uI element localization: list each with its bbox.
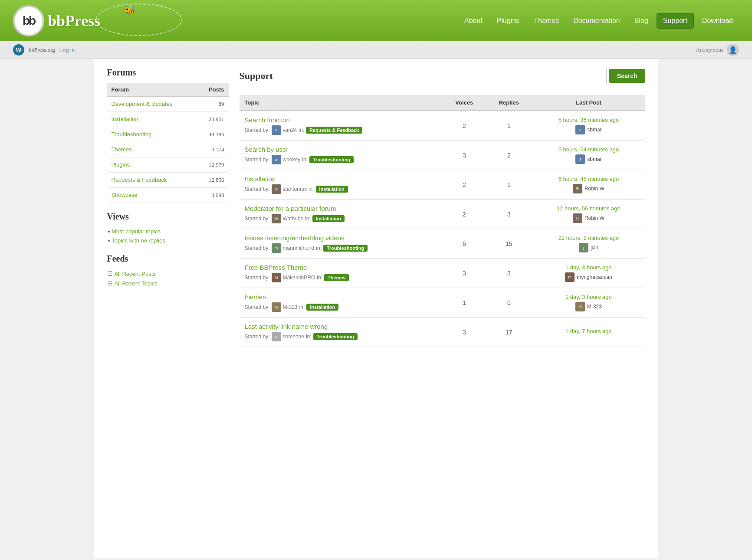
view-no-replies[interactable]: Topics with no replies [107, 236, 229, 245]
forums-section-title: Forums [107, 68, 229, 78]
nav-blog[interactable]: Blog [628, 13, 654, 28]
table-row: Installation 23,951 [107, 112, 229, 127]
lastpost-username: mynghecaocap [577, 274, 612, 280]
content-wrapper: Forums Forum Posts Development & Updates… [94, 59, 658, 558]
topics-tbody: Search function Started by: v van24 in: … [240, 111, 645, 347]
topic-link[interactable]: Last activity link name wrong [245, 323, 438, 330]
feeds-list: All Recent Posts All Recent Topics [107, 269, 229, 288]
topic-link[interactable]: Free BBPress Theme [245, 264, 438, 271]
topic-cell: Moderator for a particular forum. Starte… [240, 200, 443, 229]
lastpost-user: j jkin [537, 243, 640, 252]
in-label: in: [306, 334, 312, 340]
table-row: Troubleshooting 48,384 [107, 127, 229, 142]
forum-link-showcase[interactable]: Showcase [112, 192, 138, 198]
topic-link[interactable]: Installation [245, 175, 438, 183]
table-header-row: Topic Voices Replies Last Post [240, 95, 645, 111]
main-nav: About Plugins Themes Documentation Blog … [458, 13, 739, 29]
forum-link-themes[interactable]: Themes [112, 146, 132, 153]
nav-plugins[interactable]: Plugins [491, 13, 525, 28]
lastpost-user: s sbmar [537, 125, 640, 134]
table-row: Search by user Started by: w wookey in: … [240, 141, 645, 170]
deco-oval [95, 3, 182, 36]
topic-lastpost: 6 hours, 48 minutes ago R Robin W [532, 170, 645, 200]
nav-support[interactable]: Support [657, 13, 694, 29]
nav-about[interactable]: About [458, 13, 489, 28]
lastpost-avatar: M [575, 302, 585, 311]
logo-area[interactable]: bb bbPress [13, 5, 100, 36]
table-row: Development & Updates 89 [107, 97, 229, 112]
table-row: Installation Started by: s stantonrsv in… [240, 170, 645, 200]
starter-name: Watbube [283, 216, 304, 222]
views-section-title: Views [107, 212, 229, 222]
table-row: themes Started by: M M-323 in: Installat… [240, 288, 645, 318]
nav-download[interactable]: Download [696, 13, 739, 28]
topic-tag[interactable]: Troubleshooting [313, 333, 358, 340]
forum-posts-showcase: 3,098 [197, 188, 228, 203]
starter-avatar: M [272, 273, 281, 282]
lastpost-username: M-323 [587, 304, 602, 310]
feed-recent-posts[interactable]: All Recent Posts [107, 269, 229, 278]
lastpost-username: jkin [591, 245, 598, 251]
starter-name: MakarkinPRO [283, 275, 315, 281]
lastpost-time: 5 hours, 54 minutes ago [537, 146, 640, 153]
started-by-label: Started by: [245, 157, 270, 163]
topic-tag[interactable]: Installation [306, 304, 338, 311]
started-by-label: Started by: [245, 245, 270, 251]
lastpost-username: Robin W [585, 215, 604, 221]
forum-link-requests[interactable]: Requests & Feedback [112, 177, 167, 183]
topic-link[interactable]: Search by user [245, 146, 438, 153]
topic-link[interactable]: Search function [245, 116, 438, 124]
page-title: Support [240, 70, 273, 82]
forum-posts-themes: 9,174 [197, 142, 228, 157]
forum-link-installation[interactable]: Installation [112, 116, 138, 122]
lastpost-time: 1 day, 3 hours ago [537, 264, 640, 271]
search-button[interactable]: Search [609, 69, 645, 83]
search-input[interactable] [520, 68, 607, 84]
support-header: Support Search [240, 68, 645, 88]
topic-tag[interactable]: Installation [316, 186, 348, 193]
topic-voices: 2 [443, 111, 486, 141]
starter-avatar: v [272, 125, 281, 135]
nav-documentation[interactable]: Documentation [567, 13, 626, 28]
topic-link[interactable]: Moderator for a particular forum. [245, 205, 438, 212]
starter-name: M-323 [283, 304, 298, 310]
site-name: bbPress.org [29, 46, 55, 53]
topic-tag[interactable]: Troubleshooting [323, 245, 368, 252]
topic-meta: Started by: W Watbube in: Installation [245, 214, 438, 223]
starter-avatar: W [272, 214, 281, 223]
topic-tag[interactable]: Installation [312, 215, 345, 222]
topics-table: Topic Voices Replies Last Post Search fu… [240, 95, 645, 347]
topbar-left: W bbPress.org Log in [13, 44, 75, 56]
topic-meta: Started by: w wookey in: Troubleshooting [245, 155, 438, 164]
views-list: Most popular topics Topics with no repli… [107, 227, 229, 245]
topic-link[interactable]: Issues inserting/embedding videos [245, 234, 438, 242]
topic-lastpost: 5 hours, 35 minutes ago s sbmar [532, 111, 645, 141]
view-popular[interactable]: Most popular topics [107, 227, 229, 236]
topic-tag[interactable]: Troubleshooting [309, 156, 354, 163]
topic-lastpost: 12 hours, 56 minutes ago R Robin W [532, 200, 645, 229]
lastpost-username: sbmar [587, 156, 601, 162]
forum-posts-requests: 12,856 [197, 173, 228, 188]
lastpost-user: s sbmar [537, 154, 640, 164]
voices-col-header: Voices [443, 95, 486, 111]
topic-link[interactable]: themes [245, 293, 438, 301]
table-row: Last activity link name wrong Started by… [240, 318, 645, 347]
feed-recent-topics[interactable]: All Recent Topics [107, 278, 229, 288]
bee-icon: 🐝 [124, 4, 135, 16]
login-link[interactable]: Log in [59, 47, 75, 53]
lastpost-time: 1 day, 7 hours ago [537, 328, 640, 334]
topic-lastpost: 1 day, 7 hours ago [532, 318, 645, 347]
forum-posts-troubleshooting: 48,384 [197, 127, 228, 142]
topic-tag[interactable]: Themes [324, 274, 349, 281]
topic-lastpost: 1 day, 3 hours ago m mynghecaocap [532, 259, 645, 288]
in-label: in: [299, 304, 305, 310]
forum-link-dev[interactable]: Development & Updates [112, 101, 173, 107]
topic-tag[interactable]: Requests & Feedback [306, 127, 362, 134]
topic-cell: Search function Started by: v van24 in: … [240, 111, 443, 141]
lastpost-avatar: s [575, 125, 585, 134]
started-by-label: Started by: [245, 275, 270, 281]
forum-link-plugins[interactable]: Plugins [112, 161, 130, 168]
nav-themes[interactable]: Themes [528, 13, 565, 28]
forum-link-troubleshooting[interactable]: Troubleshooting [112, 131, 152, 138]
topic-meta: Started by: m mannmithund in: Troublesho… [245, 243, 438, 253]
